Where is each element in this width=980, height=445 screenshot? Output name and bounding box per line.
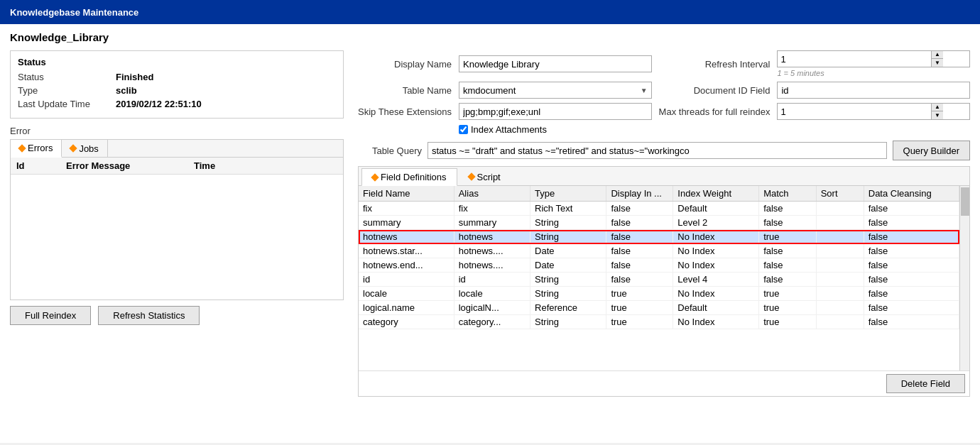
refresh-interval-down[interactable]: ▼ [932, 59, 943, 67]
th-weight: Index Weight [673, 186, 759, 202]
th-sort: Sort [816, 186, 864, 202]
delete-field-button[interactable]: Delete Field [886, 374, 965, 393]
max-threads-label: Max threads for full reindex [659, 106, 771, 117]
table-query-input[interactable] [428, 142, 887, 159]
document-id-field-label: Document ID Field [659, 85, 771, 96]
index-attachments-checkbox[interactable] [459, 125, 468, 134]
error-table-header: Id Error Message Time [11, 158, 343, 175]
table-row[interactable]: summarysummaryStringfalseLevel 2falsefal… [359, 216, 959, 230]
table-row[interactable]: logical.namelogicalN...ReferencetrueDefa… [359, 301, 959, 315]
max-threads-buttons: ▲ ▼ [931, 104, 943, 119]
table-name-value: kmdocument [463, 85, 516, 96]
table-row[interactable]: fixfixRich TextfalseDefaultfalsefalse [359, 202, 959, 216]
query-builder-button[interactable]: Query Builder [893, 141, 970, 160]
right-panel: Display Name Refresh Interval ▲ ▼ 1 = 5 … [358, 50, 970, 397]
col-time: Time [194, 160, 265, 171]
table-name-arrow-icon: ▼ [641, 87, 648, 94]
form-grid: Display Name Refresh Interval ▲ ▼ 1 = 5 … [358, 50, 970, 135]
refresh-interval-buttons: ▲ ▼ [931, 51, 943, 67]
two-col-layout: Status Status Finished Type sclib Last U… [10, 50, 970, 397]
table-row[interactable]: hotnewshotnewsStringfalseNo Indextruefal… [359, 230, 959, 244]
display-name-input[interactable] [459, 55, 652, 72]
fd-tab-header: Field Definitions Script [359, 167, 969, 186]
status-label-type: Type [18, 85, 110, 96]
app-title: Knowledgebase Maintenance [10, 7, 138, 18]
refresh-statistics-button[interactable]: Refresh Statistics [98, 306, 200, 325]
status-row-type: Type sclib [18, 85, 336, 96]
page-title: Knowledge_Library [10, 31, 970, 43]
col-id: Id [16, 160, 66, 171]
tab-errors-icon [18, 144, 26, 152]
table-row[interactable]: ididStringfalseLevel 4falsefalse [359, 273, 959, 287]
fd-tab-field-definitions[interactable]: Field Definitions [361, 168, 457, 186]
index-attachments-wrap: Index Attachments [459, 124, 652, 135]
status-row-status: Status Finished [18, 72, 336, 82]
th-type: Type [530, 186, 606, 202]
error-label: Error [10, 126, 344, 136]
max-threads-down[interactable]: ▼ [932, 111, 943, 119]
field-definitions-tabs: Field Definitions Script Field Name [358, 166, 970, 397]
tab-jobs-label: Jobs [79, 143, 98, 154]
table-row[interactable]: hotnews.end...hotnews....DatefalseNo Ind… [359, 258, 959, 273]
tab-errors[interactable]: Errors [11, 140, 62, 158]
main-content: Knowledge_Library Status Status Finished… [0, 24, 980, 443]
table-row[interactable]: hotnews.star...hotnews....DatefalseNo In… [359, 244, 959, 258]
refresh-interval-input[interactable] [778, 53, 931, 66]
max-threads-up[interactable]: ▲ [932, 104, 943, 111]
th-field-name: Field Name [359, 186, 454, 202]
skip-extensions-label: Skip These Extensions [358, 106, 452, 117]
col-errormsg: Error Message [66, 160, 194, 171]
full-reindex-button[interactable]: Full Reindex [10, 306, 91, 325]
fd-tab-label-1: Field Definitions [381, 172, 447, 182]
th-alias: Alias [454, 186, 530, 202]
th-cleansing: Data Cleansing [864, 186, 959, 202]
table-row[interactable]: localelocaleStringtrueNo Indextruefalse [359, 287, 959, 301]
table-row[interactable]: categorycategory...StringtrueNo Indextru… [359, 315, 959, 329]
error-tabs-container: Errors Jobs Id Error Message Time [10, 139, 344, 300]
max-threads-input[interactable] [778, 105, 931, 119]
tab-jobs-icon [70, 144, 77, 152]
refresh-interval-up[interactable]: ▲ [932, 51, 943, 59]
index-attachments-label: Index Attachments [471, 124, 547, 135]
fd-table-body: fixfixRich TextfalseDefaultfalsefalsesum… [359, 202, 959, 329]
fd-table-wrap: Field Name Alias Type Display In ... Ind… [359, 186, 969, 370]
fd-tab-icon-1 [371, 173, 379, 181]
title-bar: Knowledgebase Maintenance [0, 0, 980, 24]
display-name-label: Display Name [358, 59, 452, 70]
scrollbar-thumb[interactable] [961, 187, 969, 216]
scrollbar-track[interactable] [959, 186, 969, 370]
th-display: Display In ... [606, 186, 673, 202]
status-label-lastupdate: Last Update Time [18, 99, 110, 109]
skip-extensions-input[interactable] [459, 103, 652, 120]
fd-footer: Delete Field [359, 370, 969, 396]
fd-table-header-row: Field Name Alias Type Display In ... Ind… [359, 186, 959, 202]
fd-tab-script[interactable]: Script [459, 168, 511, 185]
refresh-interval-hint: 1 = 5 minutes [777, 69, 970, 77]
fd-body: Field Name Alias Type Display In ... Ind… [359, 186, 969, 370]
tab-jobs[interactable]: Jobs [62, 140, 107, 157]
fd-table: Field Name Alias Type Display In ... Ind… [359, 186, 959, 329]
th-match: Match [759, 186, 817, 202]
bottom-buttons: Full Reindex Refresh Statistics [10, 306, 344, 325]
status-row-lastupdate: Last Update Time 2019/02/12 22:51:10 [18, 99, 336, 109]
fd-tab-icon-2 [467, 172, 475, 180]
document-id-field-input[interactable] [777, 82, 970, 99]
error-tab-body: Id Error Message Time [11, 158, 343, 300]
table-name-label: Table Name [358, 85, 452, 96]
status-value-lastupdate: 2019/02/12 22:51:10 [116, 99, 202, 109]
error-tab-header: Errors Jobs [11, 140, 343, 158]
max-threads-spinner[interactable]: ▲ ▼ [777, 103, 970, 120]
fd-tab-label-2: Script [477, 172, 501, 182]
status-group: Status Status Finished Type sclib Last U… [10, 50, 344, 119]
left-panel: Status Status Finished Type sclib Last U… [10, 50, 344, 397]
refresh-interval-label: Refresh Interval [659, 59, 771, 70]
table-query-row: Table Query Query Builder [358, 141, 970, 160]
tab-errors-label: Errors [28, 143, 53, 153]
table-name-select[interactable]: kmdocument ▼ [459, 82, 652, 99]
status-label-status: Status [18, 72, 110, 82]
table-query-label: Table Query [358, 145, 422, 156]
refresh-interval-spinner[interactable]: ▲ ▼ [777, 50, 970, 67]
status-value-status: Finished [116, 72, 153, 82]
status-group-title: Status [18, 57, 336, 67]
status-value-type: sclib [116, 85, 137, 96]
